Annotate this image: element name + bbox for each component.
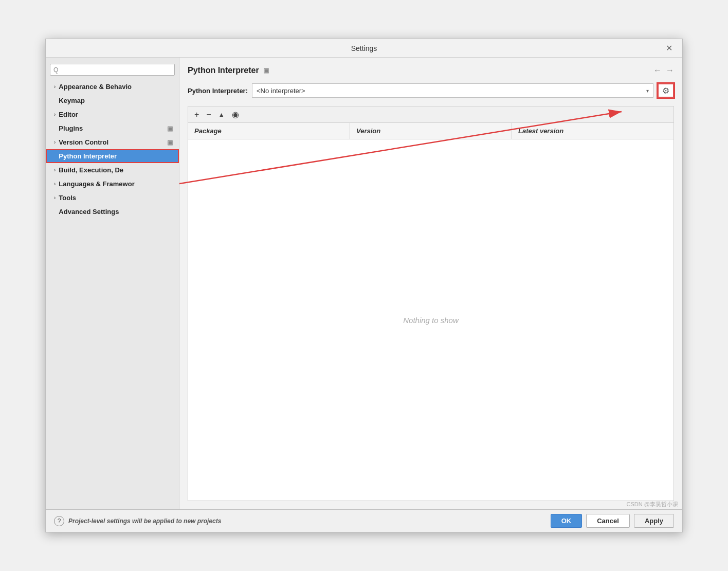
column-version: Version bbox=[350, 123, 512, 139]
sidebar-item-label: Version Control bbox=[59, 138, 108, 146]
interpreter-label: Python Interpreter: bbox=[188, 87, 248, 95]
footer-status-text: Project-level settings will be applied t… bbox=[68, 518, 547, 525]
sidebar-item-editor[interactable]: › Editor bbox=[46, 108, 179, 121]
content-header: Python Interpreter ▣ ← → bbox=[188, 66, 674, 75]
sidebar-item-appearance[interactable]: › Appearance & Behavio bbox=[46, 80, 179, 94]
sidebar-item-label: Appearance & Behavio bbox=[59, 83, 132, 91]
sidebar-item-advanced-settings[interactable]: › Advanced Settings bbox=[46, 205, 179, 219]
ok-button[interactable]: OK bbox=[551, 514, 583, 528]
sidebar-item-label: Editor bbox=[59, 111, 78, 118]
table-header: Package Version Latest version bbox=[188, 123, 674, 139]
sidebar-item-label: Languages & Framewor bbox=[59, 180, 134, 188]
sidebar-item-plugins[interactable]: › Plugins ▣ bbox=[46, 121, 179, 135]
gear-icon: ⚙ bbox=[662, 86, 669, 96]
apply-button[interactable]: Apply bbox=[634, 514, 674, 528]
sidebar-item-keymap[interactable]: › Keymap bbox=[46, 94, 179, 108]
dialog-titlebar: Settings ✕ bbox=[46, 39, 682, 58]
help-button[interactable]: ? bbox=[54, 516, 64, 526]
empty-message: Nothing to show bbox=[403, 316, 459, 325]
chevron-right-icon: › bbox=[54, 112, 56, 117]
close-button[interactable]: ✕ bbox=[664, 43, 674, 53]
sidebar-item-build-execution[interactable]: › Build, Execution, De bbox=[46, 163, 179, 177]
dialog-title: Settings bbox=[64, 44, 664, 52]
cancel-button[interactable]: Cancel bbox=[586, 514, 630, 528]
watermark: CSDN @李昊哲小课 bbox=[627, 501, 678, 508]
sidebar-item-version-control[interactable]: › Version Control ▣ bbox=[46, 135, 179, 149]
chevron-down-icon: ▾ bbox=[646, 88, 649, 94]
remove-package-button[interactable]: − bbox=[204, 109, 213, 120]
chevron-right-icon: › bbox=[54, 181, 56, 187]
sidebar-item-tools[interactable]: › Tools bbox=[46, 191, 179, 205]
sidebar-item-label: Keymap bbox=[59, 97, 85, 104]
settings-dialog: Settings ✕ Q › Appearance & Behavio › Ke… bbox=[45, 39, 683, 532]
search-icon: Q bbox=[53, 66, 58, 74]
column-package: Package bbox=[188, 123, 350, 139]
interpreter-row: Python Interpreter: <No interpreter> ▾ ⚙ bbox=[188, 83, 674, 98]
show-button[interactable]: ◉ bbox=[230, 109, 241, 120]
nav-arrows: ← → bbox=[653, 66, 674, 75]
interpreter-value: <No interpreter> bbox=[257, 87, 305, 95]
interpreter-dropdown[interactable]: <No interpreter> ▾ bbox=[252, 83, 653, 98]
gear-button[interactable]: ⚙ bbox=[658, 83, 674, 98]
packages-table: Package Version Latest version Nothing t… bbox=[188, 122, 674, 501]
title-icon: ▣ bbox=[263, 67, 269, 74]
sidebar-item-label: Plugins bbox=[59, 124, 83, 132]
sidebar-item-label: Python Interpreter bbox=[59, 152, 117, 160]
packages-section: + − ▲ ◉ Package Version Latest version N… bbox=[188, 106, 674, 501]
sidebar-item-label: Advanced Settings bbox=[59, 208, 119, 216]
sidebar-item-label: Tools bbox=[59, 194, 76, 202]
version-control-icon: ▣ bbox=[167, 139, 173, 146]
chevron-right-icon: › bbox=[54, 139, 56, 145]
sidebar-item-python-interpreter[interactable]: › Python Interpreter bbox=[46, 149, 179, 163]
chevron-right-icon: › bbox=[54, 84, 56, 90]
nav-back-button[interactable]: ← bbox=[653, 66, 662, 75]
table-body: Nothing to show bbox=[188, 139, 674, 501]
nav-forward-button[interactable]: → bbox=[666, 66, 674, 75]
move-up-button[interactable]: ▲ bbox=[216, 110, 227, 119]
sidebar-item-languages-frameworks[interactable]: › Languages & Framewor bbox=[46, 177, 179, 191]
search-box[interactable]: Q bbox=[50, 64, 175, 76]
page-title: Python Interpreter bbox=[188, 66, 259, 75]
dialog-body: Q › Appearance & Behavio › Keymap › Edit… bbox=[46, 58, 682, 509]
sidebar-item-label: Build, Execution, De bbox=[59, 166, 123, 174]
main-area: Python Interpreter ▣ ← → Python Interpre… bbox=[179, 58, 682, 509]
content-title: Python Interpreter ▣ bbox=[188, 66, 269, 75]
chevron-right-icon: › bbox=[54, 195, 56, 201]
column-latest-version: Latest version bbox=[512, 123, 674, 139]
plugins-icon: ▣ bbox=[167, 125, 173, 132]
sidebar: Q › Appearance & Behavio › Keymap › Edit… bbox=[46, 58, 179, 509]
packages-toolbar: + − ▲ ◉ bbox=[188, 106, 674, 122]
dialog-footer: ? Project-level settings will be applied… bbox=[46, 509, 682, 532]
add-package-button[interactable]: + bbox=[192, 109, 201, 120]
search-input[interactable] bbox=[60, 66, 171, 74]
chevron-right-icon: › bbox=[54, 167, 56, 173]
